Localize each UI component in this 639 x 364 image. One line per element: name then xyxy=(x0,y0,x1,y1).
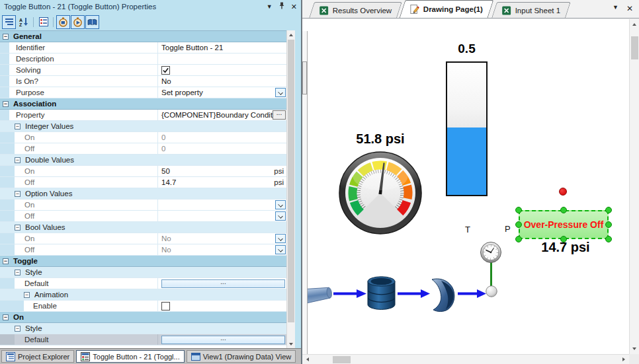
property-value-cell[interactable] xyxy=(157,54,286,64)
collapse-toggle[interactable]: − xyxy=(3,258,9,264)
section-header-row[interactable]: −Bool Values xyxy=(0,222,286,233)
property-pages-button[interactable] xyxy=(36,15,50,29)
property-value-cell[interactable]: No xyxy=(157,244,286,255)
property-row[interactable]: On xyxy=(0,200,286,211)
drawing-canvas[interactable]: 0.5 51.8 psi T P Over-Pressure Off 14.7 … xyxy=(302,19,629,354)
tab-input-sheet[interactable]: Input Sheet 1 xyxy=(491,2,571,18)
scrollbar-thumb[interactable] xyxy=(631,36,638,59)
bar-gauge[interactable] xyxy=(446,61,488,196)
scroll-down-icon[interactable] xyxy=(630,344,639,353)
section-header-row[interactable]: −Style xyxy=(0,267,286,278)
property-row[interactable]: Solving xyxy=(0,65,286,76)
tab-drawing-page[interactable]: Drawing Page(1) xyxy=(400,0,494,18)
property-row[interactable]: Off14.7psi xyxy=(0,177,286,188)
tab-results-overview[interactable]: Results Overview xyxy=(309,2,402,18)
collapse-toggle[interactable]: − xyxy=(3,101,9,107)
checkbox[interactable] xyxy=(161,302,170,310)
nozzle-component[interactable] xyxy=(432,279,454,312)
dropdown-button[interactable] xyxy=(275,88,286,97)
property-value-cell[interactable] xyxy=(157,200,286,210)
property-row[interactable]: On0 xyxy=(0,132,286,143)
property-row[interactable]: Off xyxy=(0,211,286,222)
close-document-icon[interactable]: ✕ xyxy=(626,4,633,13)
property-value-cell[interactable]: 0 xyxy=(157,132,286,143)
property-value-cell[interactable]: No xyxy=(157,233,286,244)
collapse-toggle[interactable]: − xyxy=(3,34,9,40)
selection-handle[interactable] xyxy=(560,207,567,213)
collapse-toggle[interactable]: − xyxy=(3,314,9,320)
scroll-left-icon[interactable] xyxy=(303,355,312,364)
property-row[interactable]: OnNo xyxy=(0,233,286,244)
property-row[interactable]: Description xyxy=(0,54,286,65)
collapse-toggle[interactable]: − xyxy=(15,270,21,275)
style-editor-button[interactable]: ... xyxy=(161,279,285,288)
property-row[interactable]: IdentifierToggle Button - 21 xyxy=(0,42,286,54)
canvas-left-splitter[interactable] xyxy=(302,31,308,354)
scroll-up-icon[interactable] xyxy=(287,30,295,39)
splitter-handle[interactable] xyxy=(302,61,307,94)
property-row[interactable]: Off0 xyxy=(0,143,286,155)
help-book-button[interactable] xyxy=(85,15,99,29)
property-row[interactable]: PurposeSet property xyxy=(0,87,286,98)
property-row[interactable]: OffNo xyxy=(0,244,286,256)
section-header-row[interactable]: −Animation xyxy=(0,289,286,301)
dropdown-button[interactable] xyxy=(275,245,286,254)
sensor-gauge[interactable] xyxy=(481,242,501,263)
section-header-row[interactable]: −Double Values xyxy=(0,155,286,166)
property-row[interactable]: On50psi xyxy=(0,166,286,177)
scroll-right-icon[interactable] xyxy=(619,355,628,364)
section-header-row[interactable]: −General xyxy=(0,31,286,42)
property-row[interactable]: Is On?No xyxy=(0,76,286,87)
property-value-cell[interactable]: 0 xyxy=(157,143,286,154)
selection-handle[interactable] xyxy=(605,221,612,228)
dropdown-button[interactable] xyxy=(275,200,286,209)
property-value-cell[interactable]: Set property xyxy=(157,87,286,98)
dropdown-button[interactable] xyxy=(275,234,286,243)
section-header-row[interactable]: −Style xyxy=(0,323,286,334)
property-row[interactable]: Enable xyxy=(0,301,286,312)
property-value-cell[interactable]: Toggle Button - 21 xyxy=(157,42,286,53)
window-menu-caret-icon[interactable]: ▼ xyxy=(267,4,273,10)
style-editor-button[interactable]: ... xyxy=(161,336,285,344)
timer-run-button[interactable] xyxy=(71,15,85,29)
property-value-cell[interactable]: ... xyxy=(157,278,286,289)
property-grid-scrollbar[interactable] xyxy=(286,30,295,348)
property-value-cell[interactable]: ... xyxy=(157,334,286,345)
dial-gauge[interactable] xyxy=(339,152,421,234)
section-header-row[interactable]: −Integer Values xyxy=(0,121,286,132)
tab-list-caret-icon[interactable]: ▼ xyxy=(613,4,618,13)
selection-handle[interactable] xyxy=(605,207,612,213)
collapse-toggle[interactable]: − xyxy=(24,292,30,298)
property-value-cell[interactable] xyxy=(157,65,286,75)
section-header-row[interactable]: −Association xyxy=(0,98,286,110)
pin-icon[interactable] xyxy=(278,2,285,11)
property-row[interactable]: Default... xyxy=(0,334,286,346)
selection-handle[interactable] xyxy=(515,221,522,228)
tab-project-explorer[interactable]: Project Explorer xyxy=(1,350,74,363)
tank-component[interactable] xyxy=(368,277,395,310)
property-value-cell[interactable]: No xyxy=(157,76,286,87)
collapse-toggle[interactable]: − xyxy=(15,225,21,231)
over-pressure-toggle-button[interactable]: Over-Pressure Off xyxy=(519,210,609,239)
collapse-toggle[interactable]: − xyxy=(15,124,21,129)
scroll-down-icon[interactable] xyxy=(287,340,295,348)
timer-button[interactable] xyxy=(56,15,70,29)
collapse-toggle[interactable]: − xyxy=(15,326,21,332)
categorized-view-button[interactable] xyxy=(2,15,16,29)
collapse-toggle[interactable]: − xyxy=(15,191,21,197)
close-icon[interactable]: ✕ xyxy=(291,3,297,11)
property-row[interactable]: Property{COMPONENT}Boundary Conditio....… xyxy=(0,110,286,121)
section-header-row[interactable]: −On xyxy=(0,312,286,323)
section-header-row[interactable]: −Option Values xyxy=(0,188,286,200)
collapse-toggle[interactable]: − xyxy=(15,157,21,163)
horizontal-scrollbar[interactable] xyxy=(302,354,629,364)
tab-toggle-button-properties[interactable]: Toggle Button - 21 (Toggl... xyxy=(76,350,184,363)
checkbox[interactable] xyxy=(161,66,170,75)
property-value-cell[interactable] xyxy=(157,301,286,311)
scrollbar-thumb[interactable] xyxy=(333,356,351,363)
section-header-row[interactable]: −Toggle xyxy=(0,256,286,267)
tab-view1-drawing-data[interactable]: View1 (Drawing Data) View xyxy=(187,350,296,363)
property-value-cell[interactable]: 14.7psi xyxy=(157,177,286,188)
scrollbar-thumb[interactable] xyxy=(288,40,294,322)
property-value-cell[interactable]: 50psi xyxy=(157,166,286,176)
